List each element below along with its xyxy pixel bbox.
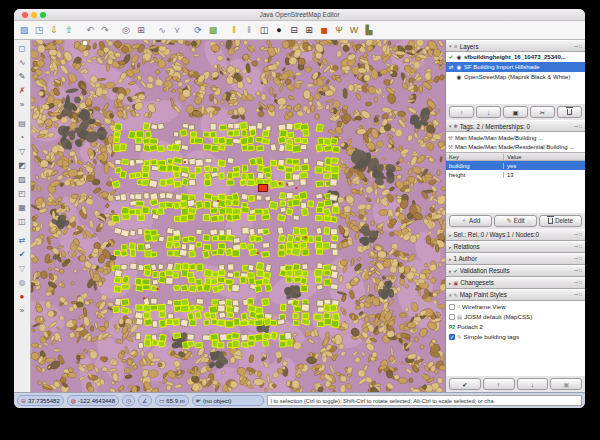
checkbox[interactable]: ✓ [449,314,455,320]
style-wikipedia-icon[interactable]: W [347,23,361,38]
preset-row[interactable]: ⚒ Man Made/Man Made/Building ... [446,133,585,142]
move-layer-down-button[interactable]: ↓ [476,106,501,118]
download-osm-data-icon[interactable]: ⇩ [47,23,61,38]
apply-style-button[interactable]: ✔ [449,378,481,390]
collapse-icon[interactable]: ▸ [449,232,452,238]
style-bw-icon[interactable]: ◫ [257,23,271,38]
cone-tool-icon[interactable]: ▽ [15,261,30,275]
collapse-icon[interactable]: ▾ [449,123,452,129]
selected-building-marker[interactable] [258,184,268,192]
checkbox[interactable]: ✓ [449,334,455,340]
minimize-window-button[interactable] [31,12,37,18]
split-tool-icon[interactable]: ◩ [15,158,30,172]
relations-panel-header[interactable]: ▸ Relations ⊣□ [446,241,585,253]
way-tool-a-icon[interactable]: ∿ [155,23,169,38]
map-viewport[interactable] [31,40,445,392]
grid-tool-icon[interactable]: ▦ [15,200,30,214]
map-pin-tool-icon[interactable]: ● [15,289,30,303]
more-tools-2-icon[interactable]: » [15,303,30,317]
close-panel-icon[interactable]: □ [579,280,582,285]
validation-panel-header[interactable]: ▸ ✔ Validation Results ⊣□ [446,265,585,277]
style-row[interactable]: ✓ ⌗ Wireframe View [446,302,585,312]
photo-tool-icon[interactable]: ◫ [15,214,30,228]
stick-panel-icon[interactable]: ⊣ [574,280,578,285]
save-icon[interactable]: ◳ [32,23,46,38]
stick-panel-icon[interactable]: ⊣ [574,244,578,249]
collapse-icon[interactable]: ▾ [449,292,452,298]
key-tool-icon[interactable]: ◔ [15,130,30,144]
duplicate-layer-button[interactable]: ▣ [503,106,528,118]
stick-panel-icon[interactable]: ⊣ [574,268,578,273]
tag-row[interactable]: height 13 [446,170,585,179]
style-warning-icon[interactable]: ◼ [317,23,331,38]
style-roads-icon[interactable]: ‖ [242,23,256,38]
selection-panel-header[interactable]: ▸ Sel.: Rel.:0 / Ways:1 / Nodes:0 ⊣□ [446,229,585,241]
globe-tool-icon[interactable]: ◍ [15,275,30,289]
style-restaurant-icon[interactable]: Ψ [332,23,346,38]
follow-line-tool-icon[interactable]: ⇄ [15,233,30,247]
zoom-tool-icon[interactable]: ▤ [15,116,30,130]
zoom-window-button[interactable] [40,12,46,18]
close-panel-icon[interactable]: □ [579,292,582,297]
undo-icon[interactable]: ↶ [83,23,97,38]
layer-row[interactable]: ✔ ◉ sfbuildingheight_16_10473_25340... [446,52,585,62]
combine-tool-icon[interactable]: ▨ [15,172,30,186]
stick-panel-icon[interactable]: ⊣ [574,44,578,49]
stick-panel-icon[interactable]: ⊣ [574,232,578,237]
style-row[interactable]: ✓ ▤ JOSM default (MapCSS) [446,312,585,322]
layer-visibility-icon[interactable]: ◉ [456,54,462,60]
style-row[interactable]: P2 Potlach 2 [446,322,585,332]
way-tool-b-icon[interactable]: ⋎ [170,23,184,38]
draw-node-tool-icon[interactable]: ✎ [15,69,30,83]
close-panel-icon[interactable]: □ [579,268,582,273]
redo-icon[interactable]: ↷ [98,23,112,38]
style-up-button[interactable]: ↑ [483,378,515,390]
style-hand-icon[interactable]: ● [272,23,286,38]
style-lanes-icon[interactable]: ‖ [227,23,241,38]
select-tool-icon[interactable]: ◻ [15,41,30,55]
style-down-button[interactable]: ↓ [517,378,549,390]
style-row[interactable]: ✓ ✎ Simple building tags [446,332,585,342]
delete-tag-button[interactable]: Delete [539,215,582,227]
map-canvas[interactable] [31,40,445,392]
tags-panel-header[interactable]: ▾ ✱ Tags: 2 / Memberships: 0 ⊣□ [446,120,585,132]
style-car-icon[interactable]: ⊟ [287,23,301,38]
checkbox[interactable]: ✓ [449,304,455,310]
preferences-icon[interactable]: ⊞ [134,23,148,38]
layer-visibility-icon[interactable]: ◉ [456,64,462,70]
collapse-icon[interactable]: ▸ [449,280,452,286]
changesets-panel-header[interactable]: ▸ ▣ Changesets ⊣□ [446,277,585,289]
stick-panel-icon[interactable]: ⊣ [574,256,578,261]
close-panel-icon[interactable]: □ [579,44,582,49]
edit-tag-button[interactable]: ✎Edit [494,215,537,227]
lasso-tool-icon[interactable]: ∿ [15,55,30,69]
merge-layer-button[interactable]: ✂ [530,106,555,118]
preset-row[interactable]: ⚒ Man Made/Man Made/Residential Building… [446,142,585,151]
close-panel-icon[interactable]: □ [579,124,582,129]
align-tool-icon[interactable]: ◰ [15,186,30,200]
imagery-offset-icon[interactable]: ▩ [206,23,220,38]
collapse-icon[interactable]: ▸ [449,256,452,262]
layer-row[interactable]: ⇄ ◉ SF Building Import Hillshade [446,62,585,72]
close-panel-icon[interactable]: □ [579,244,582,249]
stick-panel-icon[interactable]: ⊣ [574,292,578,297]
style-bus-icon[interactable]: ⊞ [302,23,316,38]
stick-panel-icon[interactable]: ⊣ [574,124,578,129]
layers-panel-header[interactable]: ▾ ≋ Layers ⊣□ [446,40,585,52]
close-window-button[interactable] [22,12,28,18]
collapse-icon[interactable]: ▸ [449,244,452,250]
layer-visibility-icon[interactable]: ◉ [456,74,462,80]
refresh-imagery-icon[interactable]: ⟳ [191,23,205,38]
add-tag-button[interactable]: ＋Add [449,215,492,227]
map-paint-styles-panel-header[interactable]: ▾ ✎ Map Paint Styles ⊣□ [446,289,585,301]
close-panel-icon[interactable]: □ [579,232,582,237]
delete-layer-button[interactable] [557,106,582,118]
layer-row[interactable]: ◉ OpenStreetMap (Mapnik Black & White) [446,72,585,82]
move-layer-up-button[interactable]: ↑ [449,106,474,118]
validate-tool-icon[interactable]: ✔ [15,247,30,261]
angle-tool-icon[interactable]: ▽ [15,144,30,158]
authors-panel-header[interactable]: ▸ 1 Author ⊣□ [446,253,585,265]
tag-row[interactable]: building yes [446,161,585,170]
close-panel-icon[interactable]: □ [579,256,582,261]
style-chart-icon[interactable]: ▙ [362,23,376,38]
